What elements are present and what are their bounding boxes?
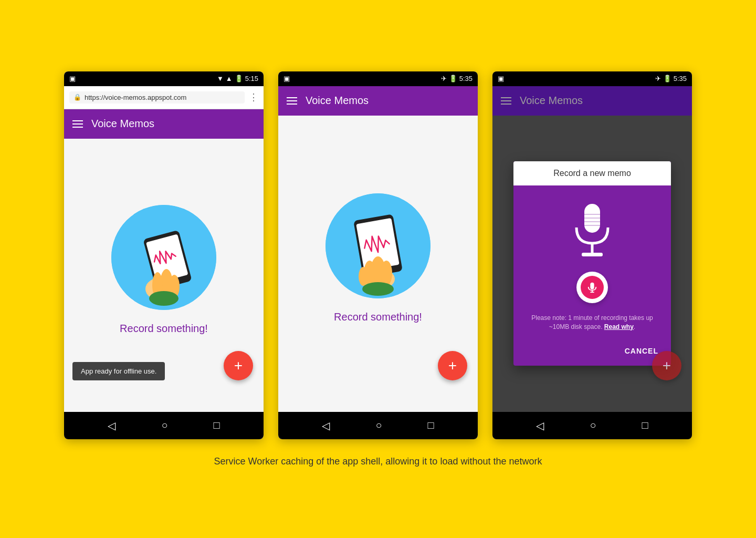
recents-button-2[interactable]: □ bbox=[427, 419, 434, 431]
status-time-2: 5:35 bbox=[459, 75, 472, 82]
app-title-1: Voice Memos bbox=[91, 118, 154, 130]
status-bar-3: ▣ ✈ 🔋 5:35 bbox=[492, 71, 692, 86]
status-icons-right-2: ✈ 🔋 5:35 bbox=[441, 75, 472, 82]
illustration-circle-2 bbox=[326, 193, 430, 298]
fab-icon-2: + bbox=[448, 357, 457, 374]
home-button-3[interactable]: ○ bbox=[590, 419, 596, 431]
dialog-title: Record a new memo bbox=[513, 161, 671, 185]
svg-rect-24 bbox=[590, 283, 594, 289]
battery-icon-3: 🔋 bbox=[663, 75, 671, 82]
hamburger-menu-2[interactable] bbox=[287, 97, 297, 105]
airplane-icon-3: ✈ bbox=[655, 75, 661, 82]
dialog-actions: CANCEL bbox=[513, 339, 671, 366]
record-text-1: Record something! bbox=[120, 323, 208, 335]
bottom-nav-1: ◁ ○ □ bbox=[64, 412, 264, 439]
record-button[interactable] bbox=[576, 272, 608, 303]
status-icons-left-3: ▣ bbox=[498, 75, 504, 82]
svg-rect-23 bbox=[582, 253, 603, 256]
read-why-link[interactable]: Read why bbox=[604, 323, 634, 330]
status-time-3: 5:35 bbox=[674, 75, 687, 82]
status-icons-left: ▣ bbox=[69, 75, 76, 82]
svg-point-14 bbox=[381, 261, 392, 286]
home-button-2[interactable]: ○ bbox=[375, 419, 382, 431]
recents-button-3[interactable]: □ bbox=[642, 419, 648, 431]
phone-hand-illustration-2 bbox=[326, 193, 430, 298]
status-bar-1: ▣ ▼ ▲ 🔋 5:15 bbox=[64, 71, 264, 86]
app-title-2: Voice Memos bbox=[306, 95, 369, 107]
mic-illustration bbox=[569, 201, 616, 261]
fab-3[interactable]: + bbox=[652, 351, 681, 380]
browser-bar: 🔒 https://voice-memos.appspot.com ⋮ bbox=[64, 86, 264, 109]
sim-icon: ▣ bbox=[69, 75, 76, 82]
bottom-nav-3: ◁ ○ □ bbox=[492, 412, 692, 439]
fab-icon-3: + bbox=[663, 357, 671, 374]
phone-3: ▣ ✈ 🔋 5:35 Voice Memos Record a new memo bbox=[492, 71, 692, 439]
back-button-1[interactable]: ◁ bbox=[108, 419, 116, 432]
recents-button-1[interactable]: □ bbox=[213, 419, 219, 431]
app-content-3: Record a new memo bbox=[492, 116, 692, 412]
hamburger-menu-3[interactable] bbox=[501, 97, 511, 105]
app-title-3: Voice Memos bbox=[520, 95, 583, 107]
record-btn-inner bbox=[581, 276, 604, 299]
fab-icon-1: + bbox=[234, 357, 243, 374]
record-text-2: Record something! bbox=[334, 311, 422, 323]
back-button-3[interactable]: ◁ bbox=[536, 419, 544, 432]
illustration-circle-1 bbox=[111, 205, 216, 310]
sim-icon-3: ▣ bbox=[498, 75, 504, 82]
mic-btn-icon bbox=[586, 282, 598, 293]
battery-icon-2: 🔋 bbox=[449, 75, 457, 82]
record-dialog: Record a new memo bbox=[513, 161, 671, 366]
url-text: https://voice-memos.appspot.com bbox=[85, 94, 186, 101]
snackbar-1: App ready for offline use. bbox=[72, 362, 165, 380]
dialog-body: Please note: 1 minute of recording takes… bbox=[513, 185, 671, 340]
app-bar-3: Voice Memos bbox=[492, 86, 692, 116]
phone-hand-illustration-1 bbox=[111, 205, 216, 310]
phone-1: ▣ ▼ ▲ 🔋 5:15 🔒 https://voice-memos.appsp… bbox=[64, 71, 264, 439]
fab-1[interactable]: + bbox=[224, 351, 253, 380]
home-button-1[interactable]: ○ bbox=[161, 419, 167, 431]
wifi-icon: ▼ bbox=[217, 75, 224, 82]
mic-svg bbox=[569, 201, 616, 259]
svg-point-7 bbox=[149, 291, 178, 306]
snackbar-text: App ready for offline use. bbox=[81, 367, 156, 375]
phones-container: ▣ ▼ ▲ 🔋 5:15 🔒 https://voice-memos.appsp… bbox=[64, 71, 692, 439]
svg-point-15 bbox=[359, 267, 368, 286]
status-icons-right-3: ✈ 🔋 5:35 bbox=[655, 75, 687, 82]
phone-2: ▣ ✈ 🔋 5:35 Voice Memos bbox=[278, 71, 478, 439]
app-content-1: Record something! App ready for offline … bbox=[64, 139, 264, 412]
caption-text: Service Worker caching of the app shell,… bbox=[214, 456, 542, 467]
bottom-nav-2: ◁ ○ □ bbox=[278, 412, 478, 439]
sim-icon-2: ▣ bbox=[284, 75, 290, 82]
svg-point-16 bbox=[362, 282, 394, 296]
fab-2[interactable]: + bbox=[438, 351, 467, 380]
app-content-2: Record something! + bbox=[278, 116, 478, 412]
status-icons-left-2: ▣ bbox=[284, 75, 290, 82]
more-icon[interactable]: ⋮ bbox=[249, 91, 258, 103]
battery-icon: 🔋 bbox=[235, 75, 243, 82]
status-bar-2: ▣ ✈ 🔋 5:35 bbox=[278, 71, 478, 86]
status-icons-right: ▼ ▲ 🔋 5:15 bbox=[217, 75, 258, 82]
signal-icon: ▲ bbox=[226, 75, 233, 82]
app-bar-2: Voice Memos bbox=[278, 86, 478, 116]
back-button-2[interactable]: ◁ bbox=[322, 419, 330, 432]
airplane-icon-2: ✈ bbox=[441, 75, 447, 82]
status-time-1: 5:15 bbox=[245, 75, 258, 82]
dialog-note: Please note: 1 minute of recording takes… bbox=[524, 314, 660, 332]
app-bar-1: Voice Memos bbox=[64, 109, 264, 139]
lock-icon: 🔒 bbox=[74, 94, 81, 101]
browser-url-bar[interactable]: 🔒 https://voice-memos.appspot.com bbox=[69, 91, 245, 104]
hamburger-menu-1[interactable] bbox=[72, 120, 83, 128]
